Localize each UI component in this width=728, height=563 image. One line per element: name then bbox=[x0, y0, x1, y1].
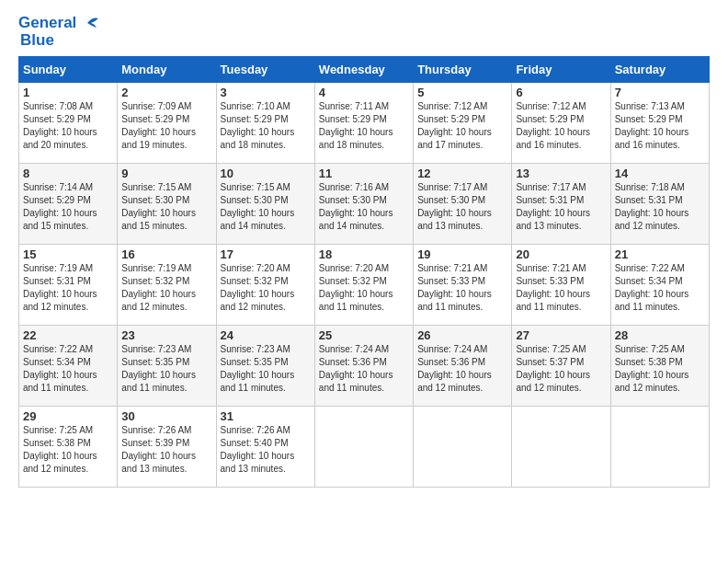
day-info: Sunrise: 7:22 AMSunset: 5:34 PMDaylight:… bbox=[615, 263, 689, 312]
day-info: Sunrise: 7:24 AMSunset: 5:36 PMDaylight:… bbox=[417, 344, 492, 393]
header: General Blue bbox=[18, 15, 710, 49]
calendar-cell: 25 Sunrise: 7:24 AMSunset: 5:36 PMDaylig… bbox=[314, 326, 413, 407]
calendar-cell: 24 Sunrise: 7:23 AMSunset: 5:35 PMDaylig… bbox=[216, 326, 314, 407]
day-number: 3 bbox=[221, 86, 311, 99]
calendar-cell: 11 Sunrise: 7:16 AMSunset: 5:30 PMDaylig… bbox=[314, 164, 413, 245]
day-number: 17 bbox=[221, 247, 311, 261]
calendar-week-5: 29 Sunrise: 7:25 AMSunset: 5:38 PMDaylig… bbox=[19, 407, 710, 488]
day-number: 9 bbox=[121, 167, 211, 180]
calendar-cell: 29 Sunrise: 7:25 AMSunset: 5:38 PMDaylig… bbox=[19, 407, 118, 488]
calendar-cell: 7 Sunrise: 7:13 AMSunset: 5:29 PMDayligh… bbox=[610, 83, 709, 164]
day-number: 13 bbox=[516, 167, 606, 180]
calendar-table: SundayMondayTuesdayWednesdayThursdayFrid… bbox=[18, 56, 710, 488]
calendar-week-1: 1 Sunrise: 7:08 AMSunset: 5:29 PMDayligh… bbox=[19, 83, 710, 164]
day-info: Sunrise: 7:23 AMSunset: 5:35 PMDaylight:… bbox=[221, 344, 295, 393]
calendar-cell: 5 Sunrise: 7:12 AMSunset: 5:29 PMDayligh… bbox=[414, 83, 512, 164]
logo-general: General bbox=[18, 15, 76, 32]
calendar-cell: 26 Sunrise: 7:24 AMSunset: 5:36 PMDaylig… bbox=[414, 326, 512, 407]
day-number: 6 bbox=[516, 86, 606, 99]
day-number: 4 bbox=[319, 86, 409, 99]
day-info: Sunrise: 7:19 AMSunset: 5:32 PMDaylight:… bbox=[121, 263, 196, 312]
col-header-tuesday: Tuesday bbox=[216, 57, 314, 83]
calendar-cell: 21 Sunrise: 7:22 AMSunset: 5:34 PMDaylig… bbox=[610, 245, 709, 326]
calendar-cell bbox=[314, 407, 413, 488]
calendar-cell: 15 Sunrise: 7:19 AMSunset: 5:31 PMDaylig… bbox=[19, 245, 118, 326]
calendar-cell: 12 Sunrise: 7:17 AMSunset: 5:30 PMDaylig… bbox=[414, 164, 512, 245]
day-info: Sunrise: 7:18 AMSunset: 5:31 PMDaylight:… bbox=[615, 182, 689, 231]
day-info: Sunrise: 7:13 AMSunset: 5:29 PMDaylight:… bbox=[615, 101, 689, 150]
calendar-cell: 3 Sunrise: 7:10 AMSunset: 5:29 PMDayligh… bbox=[216, 83, 314, 164]
calendar-week-3: 15 Sunrise: 7:19 AMSunset: 5:31 PMDaylig… bbox=[19, 245, 710, 326]
day-info: Sunrise: 7:19 AMSunset: 5:31 PMDaylight:… bbox=[23, 263, 97, 312]
col-header-friday: Friday bbox=[512, 57, 610, 83]
day-number: 2 bbox=[121, 86, 211, 99]
calendar-cell bbox=[512, 407, 610, 488]
day-info: Sunrise: 7:26 AMSunset: 5:40 PMDaylight:… bbox=[221, 425, 295, 474]
calendar-cell: 16 Sunrise: 7:19 AMSunset: 5:32 PMDaylig… bbox=[118, 245, 216, 326]
day-number: 19 bbox=[417, 247, 507, 261]
calendar-cell: 10 Sunrise: 7:15 AMSunset: 5:30 PMDaylig… bbox=[216, 164, 314, 245]
day-number: 14 bbox=[615, 167, 705, 180]
day-number: 23 bbox=[121, 328, 211, 342]
calendar-cell: 8 Sunrise: 7:14 AMSunset: 5:29 PMDayligh… bbox=[19, 164, 118, 245]
day-info: Sunrise: 7:14 AMSunset: 5:29 PMDaylight:… bbox=[23, 182, 97, 231]
day-info: Sunrise: 7:23 AMSunset: 5:35 PMDaylight:… bbox=[121, 344, 196, 393]
logo-blue: Blue bbox=[20, 32, 98, 50]
day-number: 12 bbox=[417, 167, 507, 180]
day-info: Sunrise: 7:22 AMSunset: 5:34 PMDaylight:… bbox=[23, 344, 97, 393]
day-info: Sunrise: 7:21 AMSunset: 5:33 PMDaylight:… bbox=[516, 263, 590, 312]
day-info: Sunrise: 7:15 AMSunset: 5:30 PMDaylight:… bbox=[121, 182, 196, 231]
day-number: 11 bbox=[319, 167, 409, 180]
calendar-cell: 1 Sunrise: 7:08 AMSunset: 5:29 PMDayligh… bbox=[19, 83, 118, 164]
logo: General Blue bbox=[18, 15, 98, 49]
calendar-cell: 22 Sunrise: 7:22 AMSunset: 5:34 PMDaylig… bbox=[19, 326, 118, 407]
day-info: Sunrise: 7:12 AMSunset: 5:29 PMDaylight:… bbox=[516, 101, 590, 150]
calendar-cell: 23 Sunrise: 7:23 AMSunset: 5:35 PMDaylig… bbox=[118, 326, 216, 407]
day-number: 30 bbox=[121, 409, 211, 423]
day-number: 16 bbox=[121, 247, 211, 261]
calendar-cell: 9 Sunrise: 7:15 AMSunset: 5:30 PMDayligh… bbox=[118, 164, 216, 245]
col-header-sunday: Sunday bbox=[19, 57, 118, 83]
day-number: 21 bbox=[615, 247, 705, 261]
col-header-thursday: Thursday bbox=[414, 57, 512, 83]
col-header-saturday: Saturday bbox=[610, 57, 709, 83]
day-info: Sunrise: 7:20 AMSunset: 5:32 PMDaylight:… bbox=[221, 263, 295, 312]
calendar-cell: 20 Sunrise: 7:21 AMSunset: 5:33 PMDaylig… bbox=[512, 245, 610, 326]
day-number: 29 bbox=[23, 409, 113, 423]
day-number: 15 bbox=[23, 247, 113, 261]
day-info: Sunrise: 7:12 AMSunset: 5:29 PMDaylight:… bbox=[417, 101, 492, 150]
day-info: Sunrise: 7:25 AMSunset: 5:38 PMDaylight:… bbox=[23, 425, 97, 474]
calendar-cell: 18 Sunrise: 7:20 AMSunset: 5:32 PMDaylig… bbox=[314, 245, 413, 326]
day-number: 27 bbox=[516, 328, 606, 342]
day-info: Sunrise: 7:16 AMSunset: 5:30 PMDaylight:… bbox=[319, 182, 393, 231]
day-number: 26 bbox=[417, 328, 507, 342]
day-info: Sunrise: 7:24 AMSunset: 5:36 PMDaylight:… bbox=[319, 344, 393, 393]
day-info: Sunrise: 7:10 AMSunset: 5:29 PMDaylight:… bbox=[221, 101, 295, 150]
logo-text: General Blue bbox=[18, 15, 98, 49]
logo-bird-icon bbox=[78, 15, 98, 31]
main-container: General Blue SundayMondayTuesdayWednesda… bbox=[0, 0, 728, 497]
calendar-cell: 28 Sunrise: 7:25 AMSunset: 5:38 PMDaylig… bbox=[610, 326, 709, 407]
calendar-cell: 14 Sunrise: 7:18 AMSunset: 5:31 PMDaylig… bbox=[610, 164, 709, 245]
col-header-monday: Monday bbox=[118, 57, 216, 83]
day-number: 24 bbox=[221, 328, 311, 342]
day-number: 22 bbox=[23, 328, 113, 342]
calendar-header-row: SundayMondayTuesdayWednesdayThursdayFrid… bbox=[19, 57, 710, 83]
day-number: 5 bbox=[417, 86, 507, 99]
calendar-cell: 30 Sunrise: 7:26 AMSunset: 5:39 PMDaylig… bbox=[118, 407, 216, 488]
day-info: Sunrise: 7:11 AMSunset: 5:29 PMDaylight:… bbox=[319, 101, 393, 150]
day-number: 20 bbox=[516, 247, 606, 261]
calendar-week-2: 8 Sunrise: 7:14 AMSunset: 5:29 PMDayligh… bbox=[19, 164, 710, 245]
day-info: Sunrise: 7:21 AMSunset: 5:33 PMDaylight:… bbox=[417, 263, 492, 312]
calendar-cell bbox=[610, 407, 709, 488]
calendar-cell: 31 Sunrise: 7:26 AMSunset: 5:40 PMDaylig… bbox=[216, 407, 314, 488]
day-number: 18 bbox=[319, 247, 409, 261]
day-info: Sunrise: 7:25 AMSunset: 5:38 PMDaylight:… bbox=[615, 344, 689, 393]
day-number: 25 bbox=[319, 328, 409, 342]
day-number: 10 bbox=[221, 167, 311, 180]
day-info: Sunrise: 7:08 AMSunset: 5:29 PMDaylight:… bbox=[23, 101, 97, 150]
calendar-cell: 27 Sunrise: 7:25 AMSunset: 5:37 PMDaylig… bbox=[512, 326, 610, 407]
calendar-cell: 6 Sunrise: 7:12 AMSunset: 5:29 PMDayligh… bbox=[512, 83, 610, 164]
day-info: Sunrise: 7:25 AMSunset: 5:37 PMDaylight:… bbox=[516, 344, 590, 393]
calendar-week-4: 22 Sunrise: 7:22 AMSunset: 5:34 PMDaylig… bbox=[19, 326, 710, 407]
